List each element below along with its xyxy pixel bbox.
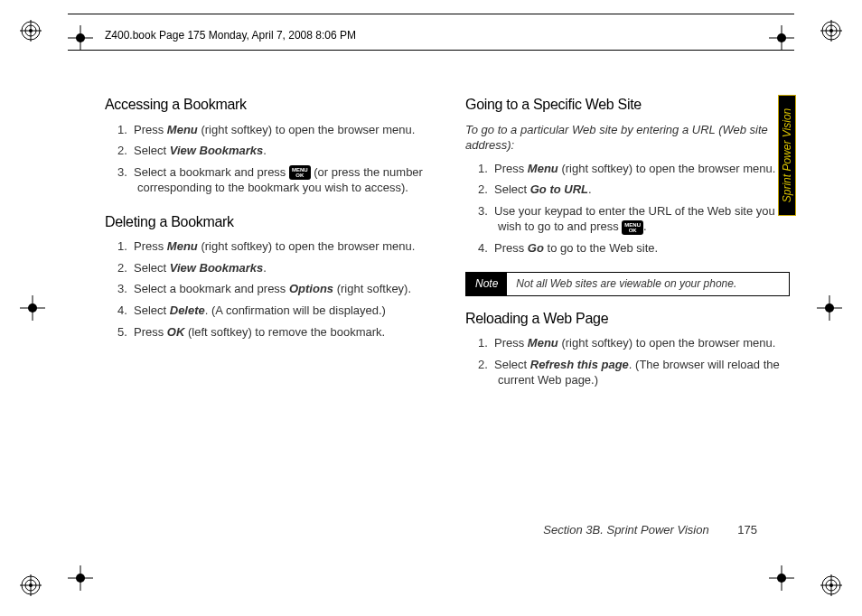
step-item: 1.Press Menu (right softkey) to open the… <box>117 122 429 138</box>
step-number: 3. <box>117 281 134 297</box>
registration-mark-icon <box>820 20 842 42</box>
step-number: 4. <box>478 240 494 257</box>
step-number: 2. <box>478 182 494 198</box>
bold-term: OK <box>167 325 185 339</box>
bold-term: Menu <box>528 336 558 350</box>
step-item: 1.Press Menu (right softkey) to open the… <box>478 161 790 177</box>
registration-mark-icon <box>20 574 42 596</box>
step-item: 2.Select View Bookmarks. <box>117 260 429 276</box>
step-item: 4.Select Delete. (A confirmation will be… <box>117 303 429 319</box>
step-item: 2.Select Refresh this page. (The browser… <box>478 357 790 388</box>
step-number: 5. <box>117 324 134 341</box>
step-number: 2. <box>117 143 134 159</box>
step-number: 3. <box>478 203 494 219</box>
step-item: 3.Use your keypad to enter the URL of th… <box>478 203 790 235</box>
step-item: 4.Press Go to go to the Web site. <box>478 240 790 257</box>
step-number: 4. <box>117 303 134 319</box>
right-column: Going to a Specific Web Site To go to a … <box>465 95 790 553</box>
menu-ok-key-icon: MENUOK <box>622 220 643 235</box>
steps-going-to-site: 1.Press Menu (right softkey) to open the… <box>478 161 790 257</box>
step-number: 3. <box>117 164 134 181</box>
page-content: Accessing a Bookmark 1.Press Menu (right… <box>105 95 790 553</box>
heading-deleting-bookmark: Deleting a Bookmark <box>105 212 429 232</box>
step-item: 1.Press Menu (right softkey) to open the… <box>117 238 429 255</box>
bold-term: Refresh this page <box>530 358 629 371</box>
bold-term: Options <box>289 282 333 295</box>
step-number: 1. <box>117 238 134 255</box>
steps-deleting-bookmark: 1.Press Menu (right softkey) to open the… <box>117 238 429 340</box>
steps-accessing-bookmark: 1.Press Menu (right softkey) to open the… <box>117 122 429 196</box>
note-text: Not all Web sites are viewable on your p… <box>507 273 745 294</box>
registration-mark-icon <box>20 20 42 42</box>
crop-mark-icon <box>817 295 842 321</box>
heading-going-to-site: Going to a Specific Web Site <box>465 95 790 115</box>
note-label: Note <box>466 273 507 294</box>
step-item: 1.Press Menu (right softkey) to open the… <box>478 335 790 351</box>
bold-term: View Bookmarks <box>170 144 264 157</box>
bold-term: Delete <box>170 303 205 317</box>
step-item: 5.Press OK (left softkey) to remove the … <box>117 324 429 341</box>
crop-mark-icon <box>769 565 794 591</box>
step-item: 2.Select View Bookmarks. <box>117 143 429 159</box>
step-number: 1. <box>478 161 494 177</box>
bold-term: Go to URL <box>530 182 588 196</box>
bold-term: View Bookmarks <box>170 261 264 275</box>
steps-reloading-page: 1.Press Menu (right softkey) to open the… <box>478 335 790 388</box>
step-item: 3.Select a bookmark and press MENUOK (or… <box>117 164 429 196</box>
crop-mark-icon <box>68 565 93 591</box>
heading-reloading-page: Reloading a Web Page <box>465 309 790 329</box>
intro-text: To go to a particular Web site by enteri… <box>465 122 790 154</box>
registration-mark-icon <box>820 574 842 596</box>
footer-page-number: 175 <box>737 523 757 537</box>
step-item: 3.Select a bookmark and press Options (r… <box>117 281 429 297</box>
menu-ok-key-icon: MENUOK <box>289 165 311 180</box>
bold-term: Menu <box>528 162 558 175</box>
page-footer: Section 3B. Sprint Power Vision 175 <box>543 523 757 537</box>
step-item: 2.Select Go to URL. <box>478 182 790 198</box>
step-number: 1. <box>117 122 134 138</box>
header-rule <box>68 14 794 14</box>
note-box: Note Not all Web sites are viewable on y… <box>465 272 790 295</box>
heading-accessing-bookmark: Accessing a Bookmark <box>105 95 429 115</box>
crop-mark-icon <box>20 295 45 321</box>
step-number: 2. <box>117 260 134 276</box>
bold-term: Go <box>528 241 544 255</box>
bold-term: Menu <box>167 123 198 136</box>
footer-section: Section 3B. Sprint Power Vision <box>543 523 708 537</box>
header-text: Z400.book Page 175 Monday, April 7, 2008… <box>105 29 356 42</box>
bold-term: Menu <box>167 239 198 253</box>
step-number: 1. <box>478 335 494 351</box>
left-column: Accessing a Bookmark 1.Press Menu (right… <box>105 95 429 553</box>
step-number: 2. <box>478 357 494 373</box>
